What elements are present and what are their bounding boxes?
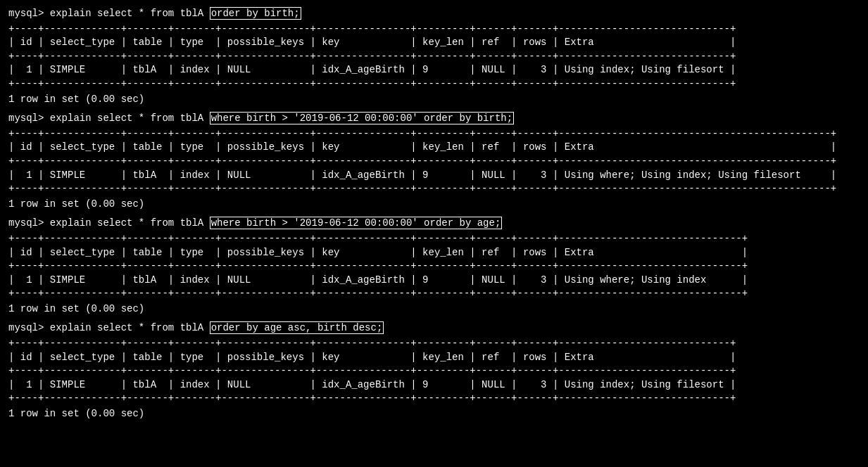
header-row-3: | id | select_type | table | type | poss… bbox=[8, 246, 860, 260]
command-text-1: explain select * from tblA bbox=[50, 8, 210, 19]
command-line-4: mysql> explain select * from tblA order … bbox=[8, 321, 860, 335]
prompt-4: mysql> bbox=[8, 322, 50, 333]
separator-mid-4: +----+-------------+-------+-------+----… bbox=[8, 364, 860, 378]
separator-top-3: +----+-------------+-------+-------+----… bbox=[8, 232, 860, 246]
data-row-2: | 1 | SIMPLE | tblA | index | NULL | idx… bbox=[8, 169, 860, 183]
separator-bot-1: +----+-------------+-------+-------+----… bbox=[8, 77, 860, 91]
data-row-3: | 1 | SIMPLE | tblA | index | NULL | idx… bbox=[8, 274, 860, 288]
header-row-1: | id | select_type | table | type | poss… bbox=[8, 36, 860, 50]
command-highlight-3: where birth > '2019-06-12 00:00:00' orde… bbox=[210, 217, 503, 229]
separator-bot-2: +----+-------------+-------+-------+----… bbox=[8, 182, 860, 196]
separator-bot-3: +----+-------------+-------+-------+----… bbox=[8, 287, 860, 301]
result-2: 1 row in set (0.00 sec) bbox=[8, 198, 860, 212]
query-block-3: mysql> explain select * from tblA where … bbox=[8, 217, 860, 316]
prompt-2: mysql> bbox=[8, 113, 50, 124]
header-row-2: | id | select_type | table | type | poss… bbox=[8, 141, 860, 155]
data-row-1: | 1 | SIMPLE | tblA | index | NULL | idx… bbox=[8, 63, 860, 77]
separator-bot-4: +----+-------------+-------+-------+----… bbox=[8, 392, 860, 406]
query-block-1: mysql> explain select * from tblA order … bbox=[8, 7, 860, 106]
command-line-3: mysql> explain select * from tblA where … bbox=[8, 217, 860, 231]
query-block-2: mysql> explain select * from tblA where … bbox=[8, 112, 860, 211]
result-1: 1 row in set (0.00 sec) bbox=[8, 93, 860, 107]
command-text-3: explain select * from tblA bbox=[50, 217, 210, 229]
result-3: 1 row in set (0.00 sec) bbox=[8, 302, 860, 316]
command-text-4: explain select * from tblA bbox=[50, 322, 210, 333]
prompt-1: mysql> bbox=[8, 8, 50, 19]
separator-mid-3: +----+-------------+-------+-------+----… bbox=[8, 260, 860, 274]
command-line-2: mysql> explain select * from tblA where … bbox=[8, 112, 860, 126]
header-row-4: | id | select_type | table | type | poss… bbox=[8, 351, 860, 365]
prompt-3: mysql> bbox=[8, 217, 50, 229]
command-highlight-1: order by birth; bbox=[210, 7, 301, 20]
separator-top-4: +----+-------------+-------+-------+----… bbox=[8, 337, 860, 351]
separator-mid-2: +----+-------------+-------+-------+----… bbox=[8, 155, 860, 169]
separator-mid-1: +----+-------------+-------+-------+----… bbox=[8, 50, 860, 64]
terminal: mysql> explain select * from tblA order … bbox=[8, 7, 860, 421]
result-4: 1 row in set (0.00 sec) bbox=[8, 407, 860, 421]
command-line-1: mysql> explain select * from tblA order … bbox=[8, 7, 860, 21]
command-highlight-4: order by age asc, birth desc; bbox=[210, 321, 384, 334]
separator-top-1: +----+-------------+-------+-------+----… bbox=[8, 23, 860, 37]
separator-top-2: +----+-------------+-------+-------+----… bbox=[8, 127, 860, 141]
command-highlight-2: where birth > '2019-06-12 00:00:00' orde… bbox=[210, 112, 514, 124]
command-text-2: explain select * from tblA bbox=[50, 113, 210, 124]
data-row-4: | 1 | SIMPLE | tblA | index | NULL | idx… bbox=[8, 378, 860, 392]
query-block-4: mysql> explain select * from tblA order … bbox=[8, 321, 860, 421]
